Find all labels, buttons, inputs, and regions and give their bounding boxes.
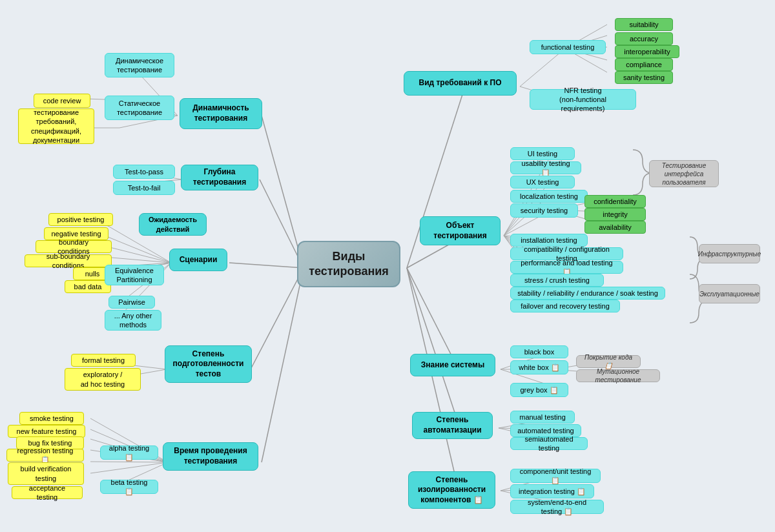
stepen-podg-node: Степеньподготовленноститестов [165,345,252,383]
test-to-fail-label: Test-to-fail [128,183,161,192]
beta-node: beta testing 📋 [100,480,158,494]
functional-testing-node: functional testing [530,40,606,54]
stepen-podg-label: Степеньподготовленноститестов [173,349,244,380]
confidentiality-label: confidentiality [594,197,637,206]
scenarii-label: Сценарии [180,255,218,265]
ozhidaemost-node: Ожидаемостьдействий [139,213,207,236]
stability-label: stability / reliability / endurance / so… [517,289,658,298]
black-box-label: black box [524,347,554,356]
glubina-node: Глубинатестирования [181,165,258,190]
test-treb-node: тестированиетребований,спецификаций,доку… [18,108,94,144]
compliance-node: compliance [615,58,673,71]
interoperability-node: interoperability [615,45,679,58]
svg-line-9 [407,268,459,491]
infra-text: Инфраструктурные [698,250,761,258]
znanie-label: Знание системы [421,360,484,371]
regression-node: regression testing 📋 [6,449,84,462]
staticheskoe-node: Статическоетестирование [105,96,174,120]
security-testing-node: security testing [510,203,578,218]
semiauto-testing-label: semiautomated testing [517,435,581,453]
nulls-label: nulls [85,269,100,278]
compliance-label: compliance [626,60,662,69]
unit-testing-label: component/unit testing 📋 [517,467,594,486]
failover-node: failover and recovery testing [510,300,620,312]
interoperability-label: interoperability [624,47,670,56]
integrity-node: integrity [584,208,646,221]
stability-node: stability / reliability / endurance / so… [510,287,665,300]
stress-node: stress / crush testing [510,274,604,287]
confidentiality-node: confidentiality [584,195,646,208]
code-review-node: code review [34,94,90,108]
exploratory-label: exploratory /ad hoc testing [81,370,125,389]
test-to-pass-label: Test-to-pass [125,167,163,176]
ux-testing-node: UX testing [510,176,575,189]
test-to-fail-node: Test-to-fail [113,181,175,195]
alpha-label: alpha testing 📋 [107,444,151,462]
ui-testing-label: UI testing [528,149,557,158]
grey-box-node: grey box 📋 [510,383,568,397]
localization-label: localization testing [520,192,578,201]
dinamicheskoe-label: Динамическоетестирование [116,56,163,75]
new-feature-node: new feature testing [8,425,85,438]
equivalence-label: EquivalencePartitioning [115,266,154,285]
sub-boundary-node: sub-boundary conditions [25,254,112,267]
center-label: Виды тестирования [305,249,393,280]
positive-testing-node: positive testing [48,213,113,226]
stepen-avto-label: Степеньавтоматизации [423,415,481,435]
obekt-node: Объекттестирования [420,216,501,245]
security-testing-label: security testing [521,206,568,215]
build-verif-label: build verificationtesting [21,464,72,483]
svg-line-33 [90,462,168,473]
localization-node: localization testing [510,190,588,203]
build-verif-node: build verificationtesting [8,462,84,485]
alpha-node: alpha testing 📋 [100,445,158,460]
acceptance-label: acceptance testing [19,484,76,502]
unit-testing-node: component/unit testing 📋 [510,469,601,483]
glubina-label: Глубинатестирования [193,167,247,187]
white-box-label: white box 📋 [519,363,560,372]
accuracy-label: accuracy [630,34,658,43]
sanity-testing-label: sanity testing [623,73,665,82]
integration-testing-node: integration testing 📋 [510,484,594,498]
manual-testing-label: manual testing [519,413,566,422]
center-node: Виды тестирования [297,241,400,287]
availability-label: availability [599,223,632,232]
white-box-node: white box 📋 [510,360,568,374]
smoke-testing-label: smoke testing [30,414,74,423]
suitability-node: suitability [615,18,673,31]
acceptance-node: acceptance testing [12,486,83,499]
svg-line-3 [251,268,304,369]
bad-data-label: bad data [74,282,102,291]
dinamichnost-label: Динамичностьтестирования [192,103,249,123]
znanie-node: Знание системы [410,354,495,376]
e2e-testing-node: system/end-to-end testing 📋 [510,500,604,514]
code-review-label: code review [43,96,81,105]
stress-label: stress / crush testing [524,276,590,285]
ui-bracket-label: Тестированиеинтерфейсапользователя [649,160,719,187]
vremya-label: Время проведениятестирования [174,446,247,466]
ops-text: Эксплуатационные [699,290,760,298]
mutacionnoe-label: Мутационное тестирование [583,367,653,384]
test-treb-label: тестированиетребований,спецификаций,доку… [31,108,81,145]
integrity-label: integrity [603,210,628,219]
ops-label: Эксплуатационные [699,284,760,303]
pokrytie-node: Покрытие кода 📋 [576,355,641,368]
formal-testing-label: formal testing [82,356,125,365]
svg-line-4 [262,268,304,462]
dinamicheskoe-node: Динамическоетестирование [105,53,174,77]
ux-testing-label: UX testing [526,178,559,187]
beta-label: beta testing 📋 [107,478,151,496]
dinamichnost-node: Динамичностьтестирования [180,98,262,129]
e2e-testing-label: system/end-to-end testing 📋 [517,498,597,517]
exploratory-node: exploratory /ad hoc testing [65,368,141,391]
svg-line-8 [407,268,460,428]
ui-bracket-text: Тестированиеинтерфейсапользователя [662,161,706,187]
vremya-node: Время проведениятестирования [163,442,258,471]
pairwise-node: Pairwise [108,296,155,309]
positive-testing-label: positive testing [57,215,105,224]
equivalence-node: EquivalencePartitioning [105,265,164,285]
performance-node: performance and load testing 📋 [510,261,623,274]
availability-node: availability [584,221,646,234]
infra-label: Инфраструктурные [699,244,760,263]
stepen-izol-label: Степеньизолированностикомпонентов 📋 [418,475,486,506]
